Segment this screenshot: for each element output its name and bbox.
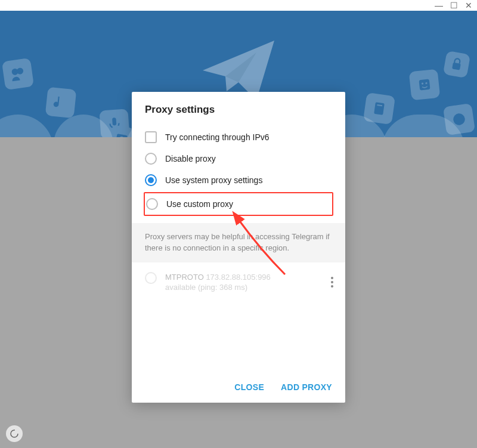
annotation-highlight-box: Use custom proxy	[144, 192, 333, 216]
option-label: Use system proxy settings	[165, 175, 262, 185]
proxy-entry[interactable]: MTPROTO 173.82.88.105:996 available (pin…	[132, 262, 345, 302]
option-label: Try connecting through IPv6	[165, 132, 270, 142]
add-proxy-button[interactable]: ADD PROXY	[281, 382, 332, 392]
modal-title: Proxy settings	[145, 104, 332, 116]
svg-rect-6	[419, 79, 430, 90]
close-window-button[interactable]: ✕	[465, 1, 472, 10]
radio-icon	[145, 153, 157, 165]
modal-actions: CLOSE ADD PROXY	[132, 374, 345, 403]
radio-icon	[145, 272, 157, 284]
proxy-status: available (ping: 368 ms)	[165, 282, 271, 293]
svg-rect-9	[452, 63, 461, 70]
option-disable-proxy[interactable]: Disable proxy	[145, 148, 332, 169]
checkbox-icon	[145, 131, 157, 143]
window-titlebar: — ☐ ✕	[0, 0, 477, 11]
proxy-name: MTPROTO	[165, 273, 204, 282]
option-label: Disable proxy	[165, 154, 216, 163]
svg-point-11	[11, 430, 18, 437]
radio-icon-selected	[145, 174, 157, 186]
option-custom-proxy[interactable]: Use custom proxy	[145, 193, 332, 215]
option-system-proxy[interactable]: Use system proxy settings	[145, 169, 332, 191]
option-label: Use custom proxy	[166, 199, 233, 209]
option-ipv6[interactable]: Try connecting through IPv6	[145, 126, 332, 148]
maximize-button[interactable]: ☐	[450, 1, 458, 10]
minimize-button[interactable]: —	[435, 1, 443, 10]
kebab-menu-icon[interactable]	[325, 273, 339, 291]
radio-icon	[146, 198, 158, 210]
proxy-settings-modal: Proxy settings Try connecting through IP…	[132, 92, 345, 403]
loading-indicator	[6, 425, 23, 442]
info-text: Proxy servers may be helpful in accessin…	[132, 223, 345, 262]
proxy-address: 173.82.88.105:996	[206, 273, 270, 282]
close-button[interactable]: CLOSE	[234, 382, 264, 392]
